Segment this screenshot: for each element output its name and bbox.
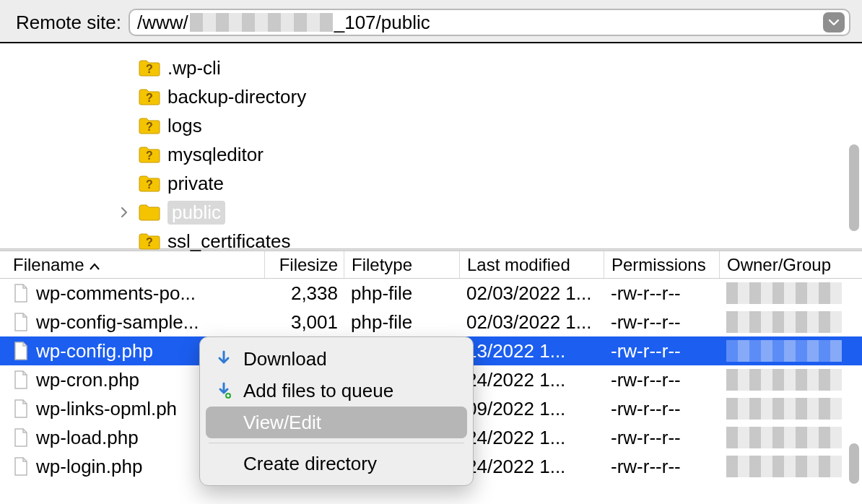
- file-owner-cell: [719, 427, 849, 448]
- ctx-view-label: View/Edit: [243, 412, 321, 434]
- ctx-queue-label: Add files to queue: [243, 380, 393, 402]
- file-icon: [13, 342, 29, 360]
- file-name-cell: wp-comments-po...: [12, 282, 264, 305]
- column-filename-label: Filename: [13, 255, 84, 275]
- tree-item-label: .wp-cli: [167, 57, 221, 79]
- column-filesize-label: Filesize: [279, 255, 338, 275]
- file-icon: [13, 457, 29, 476]
- file-owner-cell: [719, 398, 849, 420]
- file-perm-cell: -rw-r--r--: [604, 456, 719, 478]
- tree-item-label: backup-directory: [167, 86, 306, 108]
- file-owner-cell: [719, 340, 849, 362]
- file-mod-cell: 24/2022 1...: [459, 456, 604, 478]
- remote-path-prefix: /www/: [137, 12, 188, 34]
- expand-icon[interactable]: [117, 206, 131, 219]
- folder-unknown-icon: [139, 175, 160, 192]
- file-owner-cell: [719, 369, 849, 391]
- ctx-create-directory[interactable]: Create directory: [206, 448, 467, 479]
- redacted-owner: [726, 369, 842, 391]
- file-icon: [13, 313, 29, 331]
- file-name-label: wp-load.php: [36, 427, 139, 449]
- redacted-owner: [726, 282, 842, 304]
- path-dropdown-button[interactable]: [823, 12, 845, 32]
- ctx-separator: [209, 443, 464, 443]
- column-owner[interactable]: Owner/Group: [719, 251, 849, 278]
- file-list-header: Filename Filesize Filetype Last modified…: [0, 251, 862, 279]
- ctx-add-to-queue[interactable]: Add files to queue: [206, 375, 467, 407]
- chevron-down-icon: [828, 18, 840, 27]
- file-icon: [13, 370, 29, 389]
- tree-item-label: private: [167, 173, 224, 195]
- file-list[interactable]: wp-comments-po...2,338php-file02/03/2022…: [0, 279, 862, 481]
- folder-unknown-icon: [139, 117, 160, 134]
- file-perm-cell: -rw-r--r--: [604, 282, 719, 305]
- tree-item-label: public: [167, 201, 225, 225]
- remote-site-label: Remote site:: [16, 12, 121, 34]
- file-type-cell: php-file: [344, 311, 459, 334]
- column-filetype[interactable]: Filetype: [344, 251, 459, 278]
- column-lastmod[interactable]: Last modified: [459, 251, 604, 278]
- ctx-view-edit[interactable]: View/Edit: [206, 407, 467, 438]
- file-name-label: wp-config.php: [36, 340, 153, 362]
- column-filesize[interactable]: Filesize: [264, 251, 344, 278]
- file-list-scrollbar[interactable]: [849, 443, 859, 484]
- folder-unknown-icon: [139, 233, 160, 250]
- context-menu: Download Add files to queue View/Edit Cr…: [199, 336, 474, 486]
- file-icon: [13, 284, 29, 303]
- redacted-segment: [190, 13, 333, 32]
- remote-path-value: /www/ _107/public: [137, 12, 430, 34]
- file-owner-cell: [719, 456, 849, 477]
- file-icon: [13, 399, 29, 418]
- download-queue-icon: [214, 382, 233, 399]
- folder-unknown-icon: [139, 59, 160, 77]
- file-icon: [13, 428, 29, 447]
- redacted-owner: [726, 398, 842, 420]
- file-name-label: wp-cron.php: [36, 369, 139, 391]
- folder-icon: [139, 204, 160, 221]
- file-perm-cell: -rw-r--r--: [604, 311, 719, 334]
- column-perms-label: Permissions: [611, 255, 706, 275]
- column-filename[interactable]: Filename: [12, 251, 264, 278]
- file-row[interactable]: wp-comments-po...2,338php-file02/03/2022…: [0, 279, 862, 308]
- redacted-owner: [726, 311, 842, 333]
- file-mod-cell: 24/2022 1...: [459, 427, 604, 449]
- file-name-label: wp-config-sample...: [36, 311, 199, 334]
- file-name-label: wp-comments-po...: [36, 282, 196, 305]
- download-icon: [214, 350, 233, 368]
- file-perm-cell: -rw-r--r--: [604, 427, 719, 449]
- file-size-cell: 2,338: [264, 282, 344, 305]
- tree-item[interactable]: public: [94, 198, 862, 227]
- file-perm-cell: -rw-r--r--: [604, 398, 719, 420]
- tree-item[interactable]: mysqleditor: [94, 140, 862, 169]
- file-perm-cell: -rw-r--r--: [604, 369, 719, 391]
- tree-item-label: mysqleditor: [167, 144, 264, 166]
- remote-site-bar: Remote site: /www/ _107/public: [0, 0, 862, 43]
- redacted-owner: [726, 340, 842, 362]
- column-owner-label: Owner/Group: [727, 255, 831, 275]
- ctx-mkdir-label: Create directory: [243, 453, 377, 475]
- remote-path-input[interactable]: /www/ _107/public: [129, 9, 850, 36]
- tree-item[interactable]: backup-directory: [94, 82, 862, 111]
- file-mod-cell: 02/03/2022 1...: [459, 282, 604, 305]
- ctx-download[interactable]: Download: [206, 343, 467, 375]
- file-mod-cell: 24/2022 1...: [459, 369, 604, 391]
- tree-item[interactable]: logs: [94, 111, 862, 140]
- folder-unknown-icon: [139, 88, 160, 105]
- file-perm-cell: -rw-r--r--: [604, 340, 719, 362]
- redacted-owner: [726, 427, 842, 448]
- file-mod-cell: 02/03/2022 1...: [459, 311, 604, 334]
- folder-unknown-icon: [139, 146, 160, 163]
- column-perms[interactable]: Permissions: [604, 251, 719, 278]
- tree-scrollbar[interactable]: [849, 144, 859, 231]
- file-row[interactable]: wp-config-sample...3,001php-file02/03/20…: [0, 308, 862, 336]
- remote-path-suffix: _107/public: [334, 12, 430, 34]
- column-lastmod-label: Last modified: [467, 255, 570, 275]
- file-name-cell: wp-config-sample...: [12, 311, 264, 334]
- file-name-label: wp-links-opml.ph: [36, 398, 177, 420]
- tree-item[interactable]: .wp-cli: [94, 53, 862, 82]
- sort-ascending-icon: [89, 255, 100, 275]
- directory-tree[interactable]: .wp-clibackup-directorylogsmysqleditorpr…: [0, 43, 862, 248]
- tree-item[interactable]: private: [94, 169, 862, 198]
- tree-item-label: ssl_certificates: [167, 230, 291, 253]
- file-owner-cell: [719, 311, 849, 333]
